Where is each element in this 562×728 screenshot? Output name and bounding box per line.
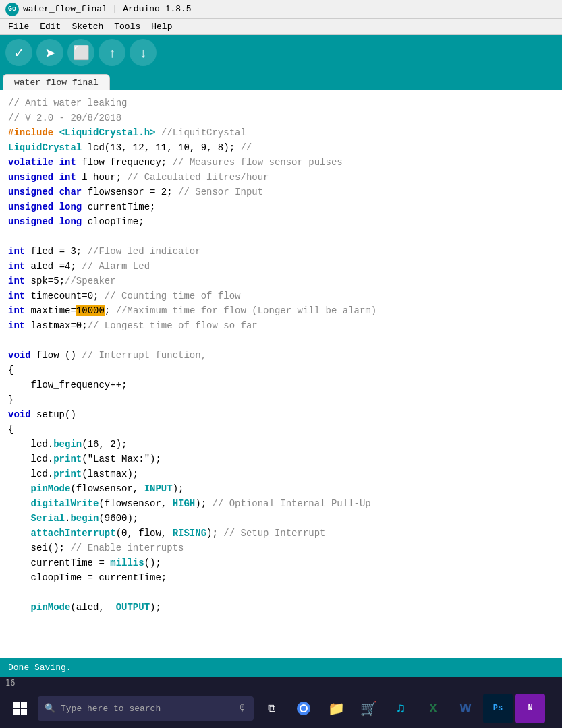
code-line: pinMode(flowsensor, INPUT);: [8, 481, 554, 496]
code-line: {: [8, 422, 554, 437]
code-line: attachInterrupt(0, flow, RISING); // Set…: [8, 526, 554, 541]
status-message: Done Saving.: [8, 663, 72, 673]
excel-icon[interactable]: X: [418, 694, 448, 723]
code-line: flow_frequency++;: [8, 377, 554, 392]
menu-help[interactable]: Help: [146, 19, 177, 34]
tabbar: water_flow_final: [0, 70, 562, 90]
titlebar: Go water_flow_final | Arduino 1.8.5: [0, 0, 562, 19]
code-line: cloopTime = currentTime;: [8, 570, 554, 585]
music-icon[interactable]: ♫: [386, 694, 416, 723]
code-line: unsigned int l_hour; // Calculated litre…: [8, 170, 554, 185]
code-line: unsigned long currentTime;: [8, 200, 554, 214]
open-button[interactable]: ↑: [99, 39, 125, 66]
code-line: [8, 333, 554, 348]
svg-rect-1: [21, 702, 27, 708]
tab-water-flow-final[interactable]: water_flow_final: [3, 74, 110, 90]
new-button[interactable]: ⬜: [67, 39, 94, 66]
window-title: water_flow_final | Arduino 1.8.5: [23, 4, 192, 14]
code-line: #include <LiquidCrystal.h> //LiquitCryst…: [8, 125, 554, 140]
start-button[interactable]: [5, 694, 35, 723]
code-line: int aled =4; // Alarm Led: [8, 259, 554, 274]
code-line: [8, 229, 554, 244]
code-line: // V 2.0 - 20/8/2018: [8, 111, 554, 125]
search-placeholder: Type here to search: [61, 704, 161, 714]
windows-taskbar: 16 🔍 Type here to search 🎙 ⧉ 📁 🛒 ♫: [0, 677, 562, 728]
app-logo: Go: [5, 3, 19, 16]
save-button[interactable]: ↓: [130, 39, 157, 66]
code-line: lcd.print(lastmax);: [8, 466, 554, 481]
code-line: currentTime = millis();: [8, 555, 554, 570]
code-line: sei(); // Enable interrupts: [8, 541, 554, 555]
code-line: digitalWrite(flowsensor, HIGH); // Optio…: [8, 496, 554, 511]
mic-icon: 🎙: [238, 704, 247, 714]
line-number: 16: [0, 677, 562, 689]
explorer-icon[interactable]: 📁: [321, 694, 351, 723]
svg-point-6: [301, 706, 306, 711]
code-line: unsigned long cloopTime;: [8, 214, 554, 229]
code-editor[interactable]: // Anti water leaking// V 2.0 - 20/8/201…: [0, 90, 562, 658]
code-line: int maxtime=10000; //Maximum time for fl…: [8, 303, 554, 318]
photoshop-icon[interactable]: Ps: [483, 694, 513, 723]
code-line: int lastmax=0;// Longest time of flow so…: [8, 318, 554, 333]
code-line: int fled = 3; //Flow led indicator: [8, 244, 554, 259]
code-line: lcd.begin(16, 2);: [8, 437, 554, 452]
svg-rect-0: [13, 702, 20, 708]
upload-button[interactable]: ➤: [36, 39, 63, 66]
code-line: void setup(): [8, 407, 554, 422]
code-line: int timecount=0; // Counting time of flo…: [8, 289, 554, 303]
task-view-button[interactable]: ⧉: [256, 694, 286, 723]
code-line: volatile int flow_frequency; // Measures…: [8, 155, 554, 170]
svg-rect-2: [13, 709, 20, 715]
toolbar: ✓ ➤ ⬜ ↑ ↓: [0, 35, 562, 70]
code-line: {: [8, 363, 554, 377]
code-line: lcd.print("Last Max:");: [8, 452, 554, 466]
code-content: // Anti water leaking// V 2.0 - 20/8/201…: [0, 96, 562, 615]
statusbar: Done Saving.: [0, 658, 562, 677]
code-line: int spk=5;//Speaker: [8, 274, 554, 289]
onenote-icon[interactable]: N: [515, 694, 545, 723]
verify-button[interactable]: ✓: [5, 39, 32, 66]
search-icon: 🔍: [45, 703, 55, 714]
word-icon[interactable]: W: [451, 694, 480, 723]
code-line: unsigned char flowsensor = 2; // Sensor …: [8, 185, 554, 200]
menu-sketch[interactable]: Sketch: [66, 19, 109, 34]
svg-rect-3: [21, 709, 27, 715]
menu-tools[interactable]: Tools: [109, 19, 146, 34]
menubar: File Edit Sketch Tools Help: [0, 19, 562, 35]
taskbar: 🔍 Type here to search 🎙 ⧉ 📁 🛒 ♫ X W Ps N: [0, 689, 562, 728]
code-line: pinMode(aled, OUTPUT);: [8, 600, 554, 615]
code-line: void flow () // Interrupt function,: [8, 348, 554, 363]
code-line: }: [8, 392, 554, 407]
menu-file[interactable]: File: [3, 19, 34, 34]
chrome-icon[interactable]: [289, 694, 318, 723]
code-line: Serial.begin(9600);: [8, 511, 554, 526]
code-line: LiquidCrystal lcd(13, 12, 11, 10, 9, 8);…: [8, 140, 554, 155]
search-bar[interactable]: 🔍 Type here to search 🎙: [38, 696, 254, 721]
menu-edit[interactable]: Edit: [34, 19, 66, 34]
main-content: Go water_flow_final | Arduino 1.8.5 File…: [0, 0, 562, 677]
code-line: [8, 585, 554, 600]
code-line: // Anti water leaking: [8, 96, 554, 111]
store-icon[interactable]: 🛒: [354, 694, 383, 723]
